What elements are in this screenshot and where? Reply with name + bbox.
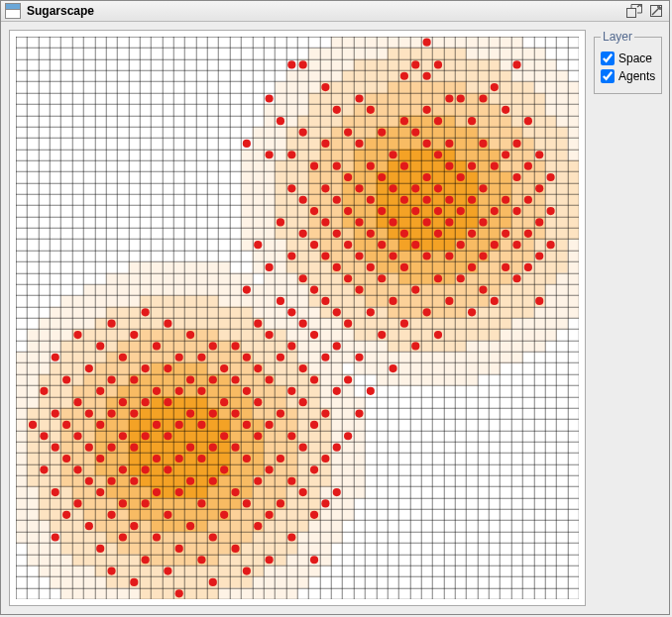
side-panel: Layer Space Agents — [594, 30, 662, 606]
app-icon — [5, 3, 21, 19]
svg-rect-0 — [627, 9, 636, 18]
window-frame: Sugarscape — [0, 0, 670, 615]
checkbox-space[interactable] — [601, 51, 615, 65]
titlebar[interactable]: Sugarscape — [1, 1, 669, 22]
checkbox-agents[interactable] — [601, 69, 615, 83]
layer-label: Space — [618, 51, 652, 65]
detach-icon[interactable] — [625, 3, 643, 19]
layer-label: Agents — [618, 69, 655, 83]
maximize-icon[interactable] — [647, 3, 665, 19]
layer-row-agents[interactable]: Agents — [601, 67, 655, 85]
layer-group: Layer Space Agents — [594, 30, 662, 94]
window-buttons — [625, 3, 665, 19]
layer-row-space[interactable]: Space — [601, 50, 655, 67]
simulation-view[interactable] — [9, 30, 586, 606]
window-body: Layer Space Agents — [1, 22, 669, 614]
layer-legend: Layer — [601, 30, 634, 44]
window-title: Sugarscape — [27, 4, 619, 18]
simulation-canvas[interactable] — [16, 37, 579, 599]
